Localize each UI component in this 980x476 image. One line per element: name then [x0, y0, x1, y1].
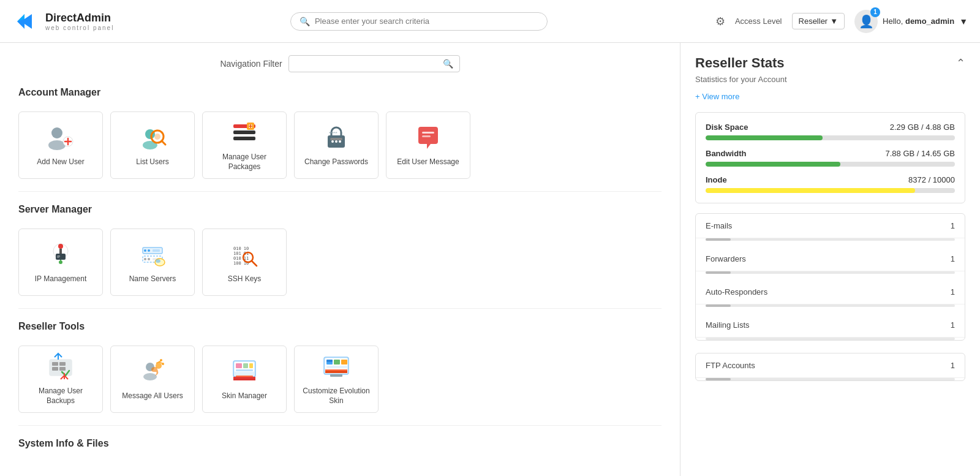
stats-card: Disk Space 2.29 GB / 4.88 GB Bandwidth 7…	[695, 112, 965, 203]
server-manager-cards: IP IP Management	[18, 229, 662, 296]
svg-rect-82	[325, 371, 347, 373]
reseller-tools-title: Reseller Tools	[18, 321, 662, 337]
svg-rect-54	[52, 367, 58, 371]
hello-text: Hello, demo_admin	[883, 17, 954, 26]
reseller-dropdown[interactable]: Reseller ▼	[792, 13, 845, 29]
card-ip-management[interactable]: IP IP Management	[18, 229, 103, 296]
search-input-wrap: 🔍	[290, 12, 548, 31]
name-servers-icon	[138, 240, 167, 270]
logo-icon	[12, 8, 39, 35]
svg-point-24	[339, 140, 341, 143]
inode-progress-fill	[706, 188, 915, 193]
card-manage-user-packages[interactable]: Manage User Packages	[202, 111, 287, 179]
search-icon: 🔍	[300, 17, 310, 26]
svg-rect-15	[233, 137, 255, 140]
ftp-accounts-card: FTP Accounts 1	[695, 353, 965, 381]
add-user-icon	[46, 123, 75, 153]
auto-responders-label: Auto-Responders	[706, 287, 767, 297]
svg-point-12	[154, 134, 160, 140]
metric-row-emails: E-mails 1	[696, 214, 965, 238]
inode-stat: Inode 8372 / 10000	[706, 175, 955, 193]
svg-text:010 11: 010 11	[233, 256, 249, 261]
emails-count: 1	[951, 221, 955, 230]
svg-point-41	[148, 258, 150, 260]
card-edit-user-message[interactable]: Edit User Message	[386, 111, 470, 179]
card-ssh-keys-label: SSH Keys	[228, 274, 262, 284]
account-manager-cards: Add New User List Users	[18, 111, 662, 179]
inode-value: 8372 / 10000	[908, 175, 955, 184]
card-customize-evolution-skin[interactable]: Customize Evolution Skin	[294, 346, 379, 413]
svg-point-22	[331, 140, 334, 143]
card-manage-user-backups-label: Manage User Backups	[25, 387, 96, 406]
card-message-all-users[interactable]: Message All Users	[110, 346, 195, 413]
auto-responders-count: 1	[951, 287, 955, 297]
svg-rect-80	[326, 366, 347, 368]
ip-management-icon: IP	[46, 240, 75, 270]
metric-row-auto-responders: Auto-Responders 1	[696, 280, 965, 304]
svg-rect-72	[233, 377, 255, 380]
view-more-link[interactable]: + View more	[695, 92, 739, 101]
disk-space-progress-fill	[706, 135, 823, 140]
svg-point-37	[144, 249, 146, 252]
dropdown-arrow-icon: ▼	[830, 17, 838, 26]
card-manage-user-packages-label: Manage User Packages	[209, 153, 280, 172]
card-manage-user-backups[interactable]: Manage User Backups	[18, 346, 103, 413]
settings-button[interactable]: ⚙	[715, 15, 725, 28]
nav-filter-search-icon: 🔍	[443, 59, 453, 69]
card-skin-manager-label: Skin Manager	[222, 391, 267, 401]
manage-packages-icon	[230, 118, 259, 148]
inode-label: Inode	[706, 175, 727, 184]
forwarders-count: 1	[951, 254, 955, 263]
svg-rect-14	[233, 130, 255, 134]
header-right: ⚙ Access Level Reseller ▼ 👤 1 Hello, dem…	[715, 10, 968, 33]
system-info-title: System Info & Files	[18, 438, 662, 454]
nav-filter: Navigation Filter 🔍	[18, 55, 662, 72]
ftp-accounts-count: 1	[951, 361, 955, 370]
logo-title: DirectAdmin	[45, 12, 114, 25]
svg-rect-69	[249, 363, 253, 368]
svg-rect-79	[341, 360, 347, 365]
nav-filter-input[interactable]	[295, 59, 443, 69]
svg-point-3	[51, 127, 62, 138]
card-list-users[interactable]: List Users	[110, 111, 195, 179]
collapse-button[interactable]: ⌃	[956, 56, 965, 70]
svg-point-62	[160, 359, 162, 361]
account-manager-title: Account Manager	[18, 87, 662, 103]
server-manager-title: Server Manager	[18, 204, 662, 220]
edit-message-icon	[413, 123, 443, 153]
ssh-keys-icon: 010 10 101 01 010 11 100 10	[230, 240, 259, 270]
inode-progress-bg	[706, 188, 955, 193]
bandwidth-value: 7.88 GB / 14.65 GB	[886, 149, 955, 158]
svg-rect-70	[236, 369, 253, 371]
search-input[interactable]	[315, 17, 538, 26]
svg-point-29	[58, 244, 63, 249]
reseller-tools-cards: Manage User Backups	[18, 346, 662, 413]
logo-subtitle: web control panel	[45, 25, 114, 31]
card-add-new-user[interactable]: Add New User	[18, 111, 103, 179]
svg-rect-39	[153, 249, 160, 252]
avatar: 👤 1	[854, 10, 878, 33]
sidebar-subtitle: Statistics for your Account	[695, 75, 965, 84]
card-change-passwords[interactable]: ***** Change Passwords	[294, 111, 379, 179]
system-info-section: System Info & Files	[18, 438, 662, 454]
svg-point-33	[59, 260, 62, 264]
card-customize-evolution-skin-label: Customize Evolution Skin	[301, 387, 372, 406]
divider-3	[18, 425, 662, 426]
card-name-servers[interactable]: Name Servers	[110, 229, 195, 296]
nav-filter-label: Navigation Filter	[220, 59, 282, 69]
svg-rect-27	[422, 135, 431, 137]
card-edit-user-message-label: Edit User Message	[397, 157, 459, 167]
access-level-label: Access Level	[735, 17, 782, 26]
card-ssh-keys[interactable]: 010 10 101 01 010 11 100 10 SSH Keys	[202, 229, 287, 296]
svg-point-23	[335, 140, 337, 143]
mailing-lists-label: Mailing Lists	[706, 320, 750, 330]
backups-icon	[46, 352, 75, 382]
card-message-all-users-label: Message All Users	[122, 391, 183, 401]
reseller-tools-section: Reseller Tools	[18, 321, 662, 413]
right-sidebar: Reseller Stats ⌃ Statistics for your Acc…	[680, 43, 980, 476]
svg-point-64	[162, 363, 164, 365]
user-menu[interactable]: 👤 1 Hello, demo_admin ▼	[854, 10, 968, 33]
svg-text:010 10: 010 10	[233, 246, 249, 251]
metric-row-mailing-lists: Mailing Lists 1	[696, 313, 965, 338]
card-skin-manager[interactable]: Skin Manager	[202, 346, 287, 413]
